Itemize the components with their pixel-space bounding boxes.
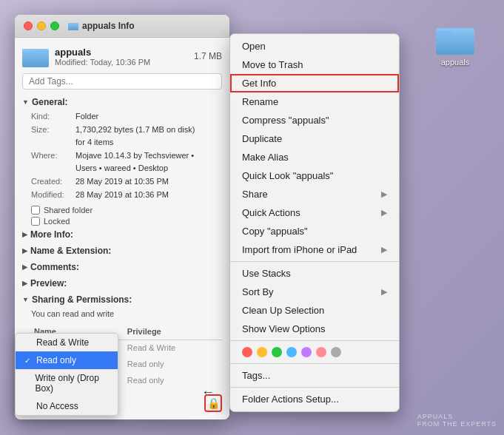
general-label: General: (32, 97, 68, 107)
ctx-compress[interactable]: Compress "appuals" (230, 111, 399, 129)
desktop-folder-label: appuals (441, 58, 470, 67)
ctx-open-label: Open (242, 41, 266, 52)
created-row: Created: 28 May 2019 at 10:35 PM (31, 175, 222, 189)
ctx-get-info[interactable]: Get Info (230, 74, 399, 92)
minimize-button[interactable] (37, 21, 46, 30)
size-value-text: 1,730,292 bytes (1.7 MB on disk) (75, 125, 195, 134)
ctx-clean-up[interactable]: Clean Up Selection (230, 301, 399, 320)
ctx-open[interactable]: Open (230, 37, 399, 55)
watermark-line2: FROM THE EXPERTS (417, 420, 497, 428)
preview-label: Preview: (30, 278, 67, 289)
file-modified: Modified: Today, 10:36 PM (55, 58, 150, 67)
ctx-folder-actions[interactable]: Folder Actions Setup... (230, 390, 399, 408)
name-extension-section: ▶ Name & Extension: (22, 244, 222, 257)
permissions-header[interactable]: ▼ Sharing & Permissions: (22, 293, 222, 306)
dropdown-item-label-1: Read & Write (36, 337, 89, 348)
created-label: Created: (31, 175, 75, 189)
size-value: 1,730,292 bytes (1.7 MB on disk) for 4 i… (75, 124, 195, 149)
ctx-quick-look[interactable]: Quick Look "appuals" (230, 166, 399, 185)
ctx-share[interactable]: Share ▶ (230, 185, 399, 203)
ctx-duplicate[interactable]: Duplicate (230, 129, 399, 148)
ctx-separator-3 (230, 363, 399, 364)
dropdown-item-read-write[interactable]: Read & Write (16, 334, 118, 351)
color-dot-green[interactable] (272, 347, 282, 357)
where-value: Mojave 10.14.3 by Techsviewer • Users • … (75, 149, 194, 175)
locked-row: Locked (31, 217, 222, 226)
ctx-make-alias[interactable]: Make Alias (230, 148, 399, 166)
more-info-header[interactable]: ▶ More Info: (22, 228, 222, 241)
name-ext-triangle: ▶ (22, 247, 27, 254)
dropdown-item-label-4: No Access (36, 401, 78, 411)
locked-label: Locked (44, 217, 70, 226)
file-info: appuals Modified: Today, 10:36 PM (22, 45, 150, 67)
ctx-quick-actions[interactable]: Quick Actions ▶ (230, 203, 399, 222)
color-dot-gray[interactable] (331, 347, 341, 357)
ctx-sort-by-arrow: ▶ (381, 287, 387, 297)
dropdown-item-read-only[interactable]: ✓ Read only (16, 351, 118, 369)
window-title-text: appuals Info (82, 21, 135, 31)
ctx-import-label: Import from iPhone or iPad (242, 244, 357, 255)
color-dot-blue[interactable] (286, 347, 297, 357)
svg-rect-2 (436, 31, 452, 35)
close-button[interactable] (24, 21, 33, 30)
size-label: Size: (31, 124, 75, 149)
ctx-show-view[interactable]: Show View Options (230, 320, 399, 338)
file-name: appuals (55, 47, 150, 58)
color-dot-red[interactable] (242, 347, 252, 357)
ctx-tags[interactable]: Tags... (230, 366, 399, 385)
ctx-copy-label: Copy "appuals" (242, 226, 308, 237)
locked-checkbox[interactable] (31, 217, 40, 226)
preview-header[interactable]: ▶ Preview: (22, 277, 222, 290)
color-dot-orange[interactable] (257, 347, 267, 357)
modified-label: Modified: (31, 189, 75, 202)
comments-triangle: ▶ (22, 263, 27, 271)
ctx-rename[interactable]: Rename (230, 92, 399, 111)
comments-header[interactable]: ▶ Comments: (22, 260, 222, 274)
file-folder-icon (22, 45, 49, 67)
general-section: ▼ General: Kind: Folder Size: 1,730,292 … (22, 95, 222, 203)
color-dot-pink[interactable] (316, 347, 326, 357)
where-label: Where: (31, 149, 75, 175)
ctx-import-arrow: ▶ (381, 245, 387, 254)
ctx-share-arrow: ▶ (381, 189, 387, 199)
ctx-get-info-label: Get Info (242, 78, 276, 89)
name-extension-label: Name & Extension: (30, 246, 111, 256)
comments-label: Comments: (30, 262, 79, 272)
titlebar-folder-icon (68, 21, 78, 30)
ctx-copy[interactable]: Copy "appuals" (230, 222, 399, 240)
ctx-sort-by[interactable]: Sort By ▶ (230, 283, 399, 301)
color-dots-row (230, 343, 399, 361)
name-extension-header[interactable]: ▶ Name & Extension: (22, 244, 222, 257)
preview-section: ▶ Preview: (22, 277, 222, 290)
permissions-triangle: ▼ (22, 296, 29, 303)
created-value: 28 May 2019 at 10:35 PM (75, 175, 169, 189)
dropdown-item-write-only[interactable]: Write only (Drop Box) (16, 369, 118, 397)
where-value-text: Mojave 10.14.3 by Techsviewer • (75, 151, 194, 160)
watermark: APPUALS FROM THE EXPERTS (417, 413, 497, 428)
perm-priv-2: Read only (124, 357, 222, 373)
ctx-folder-actions-label: Folder Actions Setup... (242, 394, 339, 405)
modified-row: Modified: 28 May 2019 at 10:36 PM (31, 189, 222, 202)
dropdown-item-no-access[interactable]: No Access (16, 397, 118, 415)
shared-folder-checkbox[interactable] (31, 206, 40, 215)
maximize-button[interactable] (50, 21, 59, 30)
shared-folder-row: Shared folder (31, 206, 222, 215)
color-dot-purple[interactable] (301, 347, 312, 357)
general-section-header[interactable]: ▼ General: (22, 95, 222, 109)
ctx-separator-1 (230, 261, 399, 262)
ctx-import[interactable]: Import from iPhone or iPad ▶ (230, 240, 399, 259)
size-note: for 4 items (75, 138, 113, 146)
ctx-rename-label: Rename (242, 96, 278, 107)
ctx-use-stacks-label: Use Stacks (242, 268, 291, 279)
comments-section: ▶ Comments: (22, 260, 222, 274)
tags-input[interactable] (22, 73, 222, 90)
ctx-duplicate-label: Duplicate (242, 133, 282, 144)
modified-value: 28 May 2019 at 10:36 PM (75, 189, 169, 202)
ctx-quick-actions-arrow: ▶ (381, 208, 387, 218)
ctx-use-stacks[interactable]: Use Stacks (230, 264, 399, 283)
ctx-move-trash[interactable]: Move to Trash (230, 55, 399, 74)
check-icon-2: ✓ (24, 357, 33, 365)
ctx-make-alias-label: Make Alias (242, 152, 289, 163)
permissions-label: Sharing & Permissions: (32, 294, 132, 305)
ctx-separator-4 (230, 387, 399, 388)
